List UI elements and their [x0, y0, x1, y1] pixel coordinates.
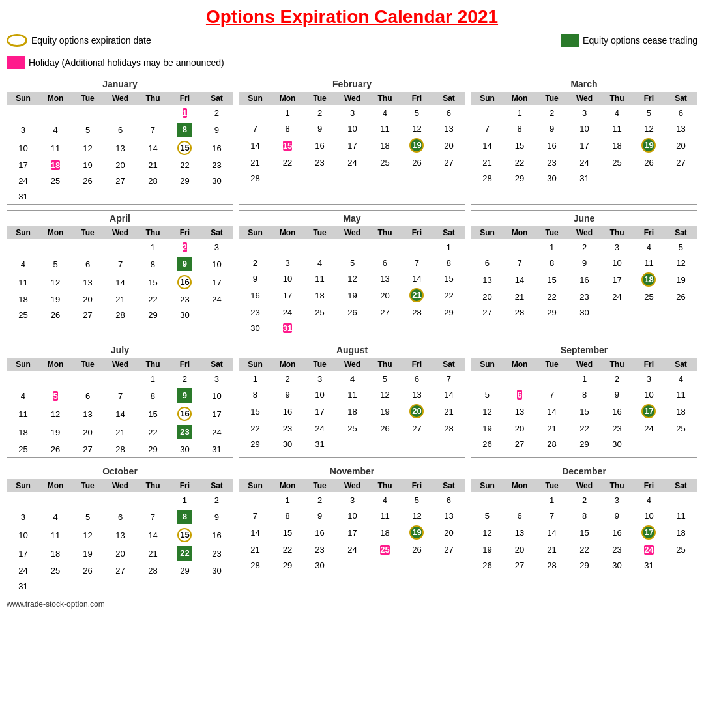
day-header: Mon: [39, 92, 72, 105]
day-cell: 14: [536, 402, 568, 420]
day-cell: 3: [201, 371, 233, 386]
day-cell: 19: [72, 544, 104, 562]
day-cell: 27: [104, 562, 137, 578]
day-cell: 3: [201, 239, 233, 255]
day-cell: [336, 557, 369, 573]
day-cell: [336, 239, 369, 255]
day-cell: 29: [169, 173, 201, 188]
day-cell: 22: [137, 423, 169, 441]
day-cell: 18: [665, 402, 697, 420]
day-cell: 30: [201, 173, 233, 188]
day-cell: 24: [304, 420, 336, 436]
day-cell: 11: [633, 255, 665, 270]
day-cell: 22: [271, 154, 304, 170]
day-header: Wed: [336, 358, 369, 371]
day-cell: [336, 436, 369, 452]
day-cell: 4: [7, 386, 39, 405]
month-june: JuneSunMonTueWedThuFriSat123456789101112…: [471, 210, 697, 336]
day-header: Fri: [633, 92, 665, 105]
day-cell: 5: [72, 508, 104, 526]
day-cell: 10: [633, 386, 665, 402]
day-header: Sat: [433, 358, 465, 371]
day-cell: 20: [503, 542, 536, 557]
day-cell: 28: [536, 436, 568, 452]
day-cell: 6: [104, 508, 137, 526]
day-cell: 17: [201, 405, 233, 423]
month-title: March: [471, 76, 697, 92]
day-cell: 10: [336, 508, 369, 523]
day-cell: 15: [137, 405, 169, 423]
day-cell: 26: [471, 436, 503, 452]
day-cell: [104, 188, 137, 204]
table-row: 15161718192021: [239, 402, 465, 420]
day-header: Mon: [271, 226, 304, 239]
day-cell: 3: [336, 105, 369, 121]
day-cell: 14: [433, 386, 465, 402]
day-header: Mon: [503, 92, 536, 105]
day-cell: [137, 105, 169, 121]
table-row: 19202122232425: [471, 542, 697, 557]
month-table: SunMonTueWedThuFriSat1234567891011121314…: [471, 226, 697, 320]
day-header: Sun: [7, 92, 39, 105]
day-cell: [239, 492, 271, 508]
day-cell: 19: [633, 136, 665, 154]
day-cell: 7: [471, 121, 503, 136]
month-title: April: [7, 211, 233, 226]
day-cell: [271, 170, 304, 186]
day-cell: 28: [471, 170, 503, 186]
day-cell: 19: [401, 136, 433, 154]
day-header: Tue: [536, 92, 568, 105]
day-cell: [72, 188, 104, 204]
day-cell: 26: [336, 304, 369, 320]
day-header: Thu: [601, 92, 633, 105]
day-cell: [7, 492, 39, 508]
day-cell: 16: [304, 136, 336, 154]
day-header: Sun: [471, 92, 503, 105]
day-cell: 5: [665, 239, 697, 255]
day-cell: 11: [39, 526, 72, 544]
table-row: 11121314151617: [7, 405, 233, 423]
day-cell: 15: [271, 523, 304, 542]
day-cell: 31: [568, 170, 601, 186]
day-cell: [72, 239, 104, 255]
day-cell: 23: [304, 542, 336, 557]
day-cell: 31: [633, 557, 665, 573]
day-cell: 24: [336, 154, 369, 170]
day-header: Sat: [665, 479, 697, 492]
day-cell: 8: [568, 508, 601, 523]
day-cell: 26: [401, 154, 433, 170]
day-cell: 17: [304, 402, 336, 420]
day-cell: 16: [601, 402, 633, 420]
day-header: Tue: [304, 358, 336, 371]
day-cell: 25: [369, 542, 401, 557]
month-title: February: [239, 76, 465, 92]
legend-expiry-label: Equity options expiration date: [31, 35, 151, 46]
day-cell: 25: [665, 420, 697, 436]
day-cell: [72, 492, 104, 508]
day-header: Fri: [169, 92, 201, 105]
day-header: Tue: [304, 479, 336, 492]
footer: www.trade-stock-option.com: [7, 600, 697, 609]
day-cell: 7: [137, 508, 169, 526]
day-header: Sun: [239, 479, 271, 492]
day-header: Wed: [568, 479, 601, 492]
day-cell: [201, 307, 233, 323]
day-cell: 25: [369, 154, 401, 170]
day-header: Fri: [169, 358, 201, 371]
month-title: June: [471, 211, 697, 226]
day-cell: 1: [568, 371, 601, 386]
day-cell: 13: [104, 139, 137, 157]
day-cell: 22: [169, 544, 201, 562]
day-cell: 11: [304, 270, 336, 286]
day-header: Sat: [433, 479, 465, 492]
day-header: Sat: [665, 358, 697, 371]
day-cell: [471, 105, 503, 121]
day-header: Fri: [401, 479, 433, 492]
day-cell: [503, 239, 536, 255]
day-cell: 26: [369, 420, 401, 436]
month-table: SunMonTueWedThuFriSat1234567891011121314…: [7, 479, 233, 594]
day-cell: 9: [169, 386, 201, 405]
month-table: SunMonTueWedThuFriSat1234567891011121314…: [239, 92, 465, 186]
day-cell: 1: [536, 239, 568, 255]
day-cell: 12: [401, 121, 433, 136]
